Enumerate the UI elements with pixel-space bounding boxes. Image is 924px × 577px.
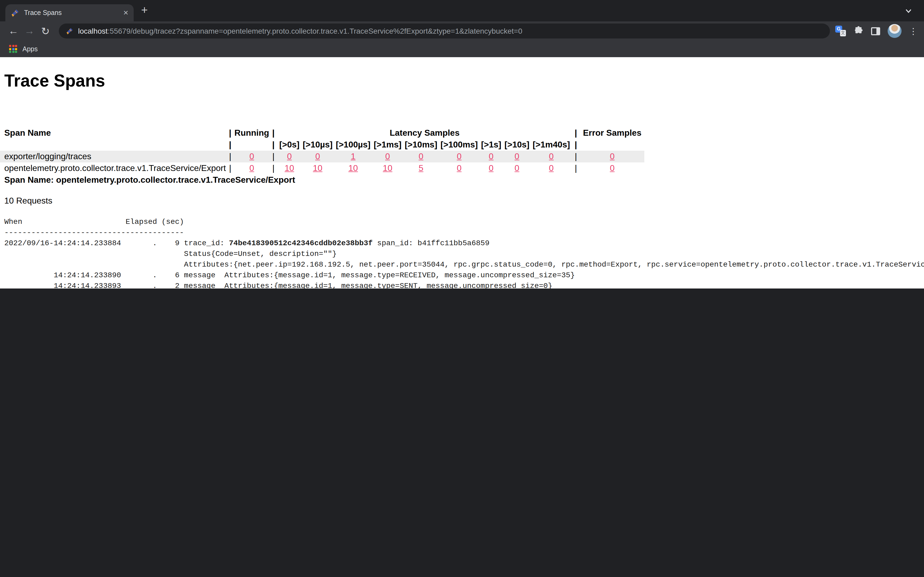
pipe-separator: | [572, 127, 580, 139]
span-name-value: opentelemetry.proto.collector.trace.v1.T… [0, 163, 226, 174]
latency-bucket-label: [>10s] [503, 139, 531, 151]
latency-bucket-link-cell: 0 [301, 151, 334, 163]
latency-bucket-link[interactable]: 0 [515, 152, 520, 161]
latency-bucket-label: [>1s] [480, 139, 503, 151]
bucket-header-row: ||[>0s][>10µs][>100µs][>1ms][>10ms][>100… [0, 139, 645, 151]
latency-bucket-link-cell: 0 [503, 163, 531, 174]
table-header-row: Span Name | Running | Latency Samples | … [0, 127, 645, 139]
pipe-separator: | [226, 151, 234, 163]
pipe-separator: | [226, 139, 234, 151]
span-table-row: opentelemetry.proto.collector.trace.v1.T… [0, 163, 645, 174]
latency-bucket-link[interactable]: 0 [287, 152, 292, 161]
latency-bucket-link-cell: 0 [278, 151, 301, 163]
latency-bucket-link[interactable]: 10 [348, 163, 358, 172]
back-button-icon[interactable]: ← [5, 25, 21, 37]
apps-grid-dot [12, 45, 14, 47]
col-header-error-samples: Error Samples [580, 127, 645, 139]
pipe-separator: | [572, 163, 580, 174]
page-content: Trace Spans Span Name | Running | Latenc… [0, 57, 924, 288]
latency-bucket-link[interactable]: 5 [419, 163, 423, 172]
running-count-link[interactable]: 0 [249, 152, 254, 161]
apps-grid-dot [9, 51, 11, 53]
side-panel-icon[interactable] [871, 27, 880, 35]
requests-count: 10 Requests [4, 196, 920, 206]
trace-id-value: 74be418390512c42346cddb02e38bb3f [229, 239, 373, 247]
latency-bucket-link[interactable]: 10 [313, 163, 322, 172]
latency-bucket-link[interactable]: 0 [549, 163, 554, 172]
new-tab-button[interactable]: + [141, 4, 148, 16]
apps-grid-dot [9, 45, 11, 47]
span-name-value: exporter/logging/traces [0, 151, 226, 163]
apps-grid-dot [15, 45, 17, 47]
error-count-link-cell: 0 [580, 151, 645, 163]
apps-grid-dot [15, 48, 17, 50]
latency-bucket-link-cell: 0 [503, 151, 531, 163]
running-count-link[interactable]: 0 [249, 163, 254, 172]
pipe-separator: | [226, 163, 234, 174]
latency-bucket-link-cell: 0 [480, 163, 503, 174]
url-path: :55679/debug/tracez?zspanname=openteleme… [108, 27, 522, 35]
span-table-row: exporter/logging/traces|0|001000000|0 [0, 151, 645, 163]
url-host: localhost [78, 27, 108, 35]
latency-bucket-link[interactable]: 1 [351, 152, 355, 161]
latency-bucket-link[interactable]: 0 [385, 152, 390, 161]
latency-bucket-link[interactable]: 0 [549, 152, 554, 161]
latency-bucket-label: [>100ms] [439, 139, 480, 151]
latency-bucket-link-cell: 0 [439, 151, 480, 163]
error-count-link[interactable]: 0 [610, 152, 615, 161]
empty-cell [234, 139, 269, 151]
profile-avatar[interactable] [888, 24, 901, 38]
latency-bucket-label: [>100µs] [334, 139, 372, 151]
latency-bucket-link[interactable]: 0 [419, 152, 423, 161]
latency-bucket-link[interactable]: 0 [457, 163, 462, 172]
latency-bucket-link-cell: 0 [372, 151, 403, 163]
error-count-link[interactable]: 0 [610, 163, 615, 172]
telescope-favicon-icon [11, 8, 19, 17]
url-address-bar[interactable]: localhost:55679/debug/tracez?zspanname=o… [59, 24, 830, 39]
latency-bucket-link-cell: 10 [334, 163, 372, 174]
pipe-separator: | [269, 151, 278, 163]
empty-cell [580, 139, 645, 151]
latency-bucket-label: [>10ms] [403, 139, 439, 151]
latency-bucket-link[interactable]: 0 [457, 152, 462, 161]
apps-grid-dot [12, 48, 14, 50]
page-title: Trace Spans [4, 71, 920, 91]
latency-bucket-link[interactable]: 0 [489, 152, 494, 161]
menu-kebab-icon[interactable]: ⋮ [909, 26, 918, 36]
latency-bucket-link[interactable]: 0 [489, 163, 494, 172]
latency-bucket-link[interactable]: 10 [285, 163, 294, 172]
latency-bucket-link-cell: 0 [403, 151, 439, 163]
forward-button-icon[interactable]: → [21, 25, 37, 37]
latency-bucket-link-cell: 0 [480, 151, 503, 163]
latency-bucket-link[interactable]: 10 [383, 163, 393, 172]
selected-span-name: Span Name: opentelemetry.proto.collector… [4, 175, 920, 185]
reload-button-icon[interactable]: ↻ [37, 25, 53, 37]
apps-grid-icon[interactable] [9, 45, 17, 53]
toolbar-icons: G文 ⋮ [835, 24, 919, 38]
col-header-span-name: Span Name [0, 127, 226, 139]
bookmark-apps-label[interactable]: Apps [23, 45, 38, 53]
tab-search-chevron-icon[interactable] [905, 7, 912, 16]
extensions-puzzle-icon[interactable] [853, 26, 864, 36]
running-count-link-cell: 0 [234, 163, 269, 174]
pipe-separator: | [269, 127, 278, 139]
latency-bucket-link-cell: 10 [372, 163, 403, 174]
latency-bucket-link[interactable]: 0 [315, 152, 320, 161]
col-header-running: Running [234, 127, 269, 139]
pipe-separator: | [226, 127, 234, 139]
tab-strip: Trace Spans × + [0, 0, 924, 21]
empty-cell [0, 139, 226, 151]
apps-grid-dot [12, 51, 14, 53]
latency-bucket-link-cell: 1 [334, 151, 372, 163]
latency-bucket-link[interactable]: 0 [515, 163, 520, 172]
running-count-link-cell: 0 [234, 151, 269, 163]
tab-close-icon[interactable]: × [123, 8, 128, 17]
latency-bucket-link-cell: 10 [278, 163, 301, 174]
span-summary-table: Span Name | Running | Latency Samples | … [0, 127, 645, 174]
error-count-link-cell: 0 [580, 163, 645, 174]
translate-icon[interactable]: G文 [835, 26, 846, 36]
tab-trace-spans[interactable]: Trace Spans × [5, 4, 134, 21]
pipe-separator: | [572, 139, 580, 151]
apps-grid-dot [9, 48, 11, 50]
tab-title: Trace Spans [24, 9, 118, 16]
